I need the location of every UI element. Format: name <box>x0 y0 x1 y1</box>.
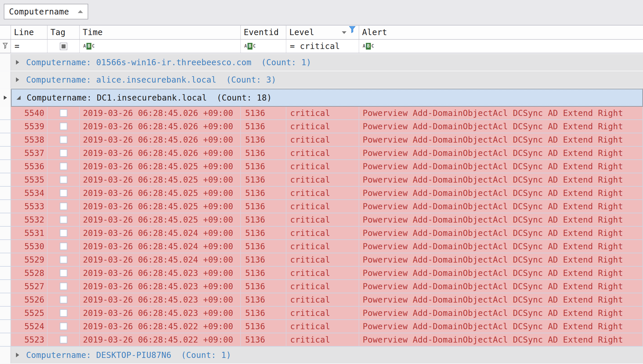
table-row[interactable]: 55362019-03-26 06:28:45.025 +09:005136cr… <box>0 160 643 173</box>
table-row[interactable]: 55292019-03-26 06:28:45.024 +09:005136cr… <box>0 253 643 267</box>
cell-level: critical <box>286 280 359 293</box>
cell-time: 2019-03-26 06:28:45.025 +09:00 <box>80 213 241 226</box>
table-row[interactable]: 55252019-03-26 06:28:45.023 +09:005136cr… <box>0 307 643 320</box>
row-gutter <box>0 160 11 173</box>
tag-checkbox[interactable] <box>60 149 67 157</box>
tag-checkbox[interactable] <box>60 229 67 237</box>
group-row[interactable]: Computername: 01566s-win16-ir.threebeesc… <box>0 54 643 71</box>
table-row[interactable]: 55342019-03-26 06:28:45.025 +09:005136cr… <box>0 187 643 200</box>
cell-tag <box>48 147 80 159</box>
group-header[interactable]: Computername: DC1.insecurebank.local(Cou… <box>11 89 643 107</box>
group-expanded-icon[interactable] <box>17 96 21 100</box>
cell-alert: Powerview Add-DomainObjectAcl DCSync AD … <box>359 240 643 253</box>
row-gutter <box>0 240 11 253</box>
cell-level: critical <box>286 333 359 346</box>
cell-line: 5527 <box>11 280 48 293</box>
column-header-label: Eventid <box>244 28 279 37</box>
cell-level: critical <box>286 160 359 173</box>
tag-checkbox[interactable] <box>60 296 67 303</box>
group-header[interactable]: Computername: 01566s-win16-ir.threebeesc… <box>11 54 643 71</box>
group-row[interactable]: Computername: DESKTOP-PIU87N6(Count: 1) <box>0 347 643 364</box>
filter-cell-level[interactable]: = critical <box>286 40 359 53</box>
table-row[interactable]: 55402019-03-26 06:28:45.026 +09:005136cr… <box>0 107 643 120</box>
column-header-time[interactable]: Time <box>80 26 241 39</box>
group-collapsed-icon[interactable] <box>16 60 19 65</box>
cell-alert: Powerview Add-DomainObjectAcl DCSync AD … <box>359 133 643 146</box>
cell-eventid: 5136 <box>241 147 286 159</box>
data-grid: Line Tag Time Eventid Level Alert = <box>0 25 643 364</box>
group-header[interactable]: Computername: DESKTOP-PIU87N6(Count: 1) <box>11 347 643 363</box>
group-header[interactable]: Computername: alice.insecurebank.local(C… <box>11 71 643 88</box>
filter-cell-alert[interactable]: ABC <box>359 40 643 53</box>
group-row[interactable]: Computername: alice.insecurebank.local(C… <box>0 71 643 89</box>
row-gutter <box>0 200 11 213</box>
column-header-line[interactable]: Line <box>11 26 48 39</box>
table-row[interactable]: 55232019-03-26 06:28:45.022 +09:005136cr… <box>0 333 643 347</box>
group-collapsed-icon[interactable] <box>16 77 19 82</box>
cell-level: critical <box>286 120 359 133</box>
filter-cell-tag[interactable] <box>48 40 80 53</box>
tag-checkbox[interactable] <box>60 189 67 197</box>
group-row[interactable]: Computername: DC1.insecurebank.local(Cou… <box>0 89 643 107</box>
cell-eventid: 5136 <box>241 187 286 199</box>
cell-tag <box>48 320 80 333</box>
cell-line: 5528 <box>11 267 48 279</box>
tag-checkbox[interactable] <box>60 336 67 343</box>
table-row[interactable]: 55352019-03-26 06:28:45.025 +09:005136cr… <box>0 173 643 187</box>
cell-tag <box>48 333 80 346</box>
tag-checkbox[interactable] <box>60 283 67 290</box>
tag-checkbox[interactable] <box>60 163 67 170</box>
cell-line: 5539 <box>11 120 48 133</box>
table-row[interactable]: 55272019-03-26 06:28:45.023 +09:005136cr… <box>0 280 643 293</box>
filter-cell-line[interactable]: = <box>11 40 48 53</box>
cell-time: 2019-03-26 06:28:45.026 +09:00 <box>80 147 241 159</box>
table-row[interactable]: 55262019-03-26 06:28:45.023 +09:005136cr… <box>0 293 643 307</box>
column-header-alert[interactable]: Alert <box>359 26 643 39</box>
filter-row-funnel-icon[interactable] <box>3 41 8 51</box>
table-row[interactable]: 55302019-03-26 06:28:45.024 +09:005136cr… <box>0 240 643 253</box>
filter-cell-time[interactable]: ABC <box>80 40 241 53</box>
tag-checkbox[interactable] <box>60 176 67 183</box>
tag-checkbox[interactable] <box>60 109 67 117</box>
cell-line: 5523 <box>11 333 48 346</box>
tag-checkbox[interactable] <box>60 243 67 250</box>
column-header-level[interactable]: Level <box>286 26 359 39</box>
cell-level: critical <box>286 240 359 253</box>
table-row[interactable]: 55392019-03-26 06:28:45.026 +09:005136cr… <box>0 120 643 133</box>
cell-line: 5536 <box>11 160 48 173</box>
table-row[interactable]: 55382019-03-26 06:28:45.026 +09:005136cr… <box>0 133 643 147</box>
tag-checkbox[interactable] <box>60 216 67 223</box>
tag-checkbox[interactable] <box>60 309 67 317</box>
row-gutter <box>0 71 11 88</box>
filter-cell-eventid[interactable]: ABC <box>241 40 286 53</box>
table-row[interactable]: 55322019-03-26 06:28:45.025 +09:005136cr… <box>0 213 643 227</box>
table-row[interactable]: 55332019-03-26 06:28:45.025 +09:005136cr… <box>0 200 643 213</box>
column-header-eventid[interactable]: Eventid <box>241 26 286 39</box>
level-active-filter-funnel-icon[interactable] <box>349 26 356 35</box>
table-row[interactable]: 55372019-03-26 06:28:45.026 +09:005136cr… <box>0 147 643 160</box>
cell-alert: Powerview Add-DomainObjectAcl DCSync AD … <box>359 120 643 133</box>
cell-time: 2019-03-26 06:28:45.022 +09:00 <box>80 320 241 333</box>
table-row[interactable]: 55312019-03-26 06:28:45.024 +09:005136cr… <box>0 227 643 240</box>
grid-body: Computername: 01566s-win16-ir.threebeesc… <box>0 54 643 364</box>
cell-level: critical <box>286 267 359 279</box>
tag-checkbox[interactable] <box>60 269 67 277</box>
cell-alert: Powerview Add-DomainObjectAcl DCSync AD … <box>359 227 643 239</box>
tag-checkbox[interactable] <box>60 256 67 263</box>
cell-time: 2019-03-26 06:28:45.023 +09:00 <box>80 307 241 319</box>
column-header-tag[interactable]: Tag <box>48 26 80 39</box>
column-header-label: Line <box>14 28 34 37</box>
group-by-chip-computername[interactable]: Computername <box>4 4 88 19</box>
tag-checkbox[interactable] <box>60 203 67 210</box>
level-filter-dropdown-icon[interactable] <box>342 31 346 34</box>
column-header-row: Line Tag Time Eventid Level Alert <box>0 25 643 40</box>
tag-checkbox[interactable] <box>60 123 67 130</box>
table-row[interactable]: 55242019-03-26 06:28:45.022 +09:005136cr… <box>0 320 643 333</box>
indeterminate-checkbox-icon[interactable] <box>60 43 67 50</box>
cell-line: 5533 <box>11 200 48 213</box>
table-row[interactable]: 55282019-03-26 06:28:45.023 +09:005136cr… <box>0 267 643 280</box>
cell-alert: Powerview Add-DomainObjectAcl DCSync AD … <box>359 267 643 279</box>
group-collapsed-icon[interactable] <box>16 353 19 357</box>
tag-checkbox[interactable] <box>60 323 67 330</box>
tag-checkbox[interactable] <box>60 136 67 143</box>
